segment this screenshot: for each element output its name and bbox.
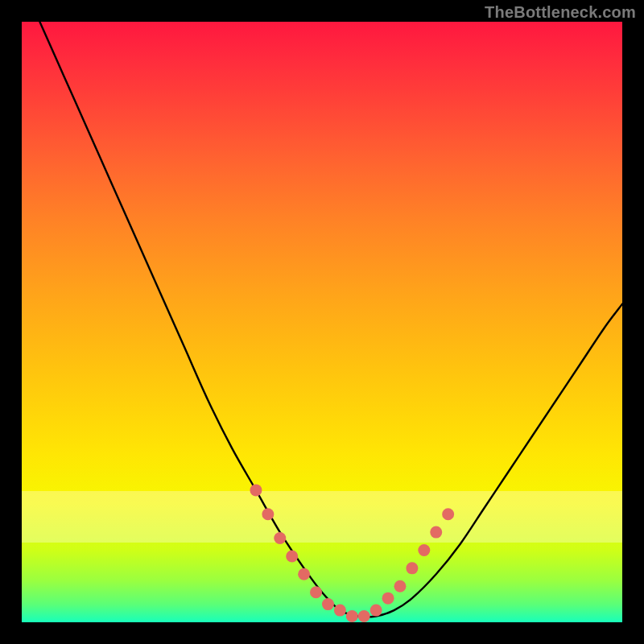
curve-markers	[250, 484, 454, 622]
chart-stage: TheBottleneck.com	[0, 0, 644, 644]
marker-dot	[418, 544, 430, 556]
marker-dot	[274, 532, 286, 544]
marker-dot	[322, 598, 334, 610]
marker-dot	[286, 550, 298, 562]
marker-dot	[430, 526, 442, 539]
chart-svg	[22, 22, 622, 622]
marker-dot	[370, 605, 382, 617]
marker-dot	[394, 580, 406, 592]
marker-dot	[250, 484, 262, 496]
marker-dot	[346, 610, 358, 622]
marker-dot	[382, 592, 394, 605]
marker-dot	[358, 610, 370, 622]
marker-dot	[442, 508, 454, 520]
marker-dot	[310, 586, 322, 598]
watermark-text: TheBottleneck.com	[485, 3, 636, 22]
marker-dot	[298, 568, 310, 580]
bottleneck-curve	[39, 22, 622, 617]
marker-dot	[406, 562, 418, 574]
marker-dot	[262, 508, 274, 520]
marker-dot	[334, 605, 346, 617]
